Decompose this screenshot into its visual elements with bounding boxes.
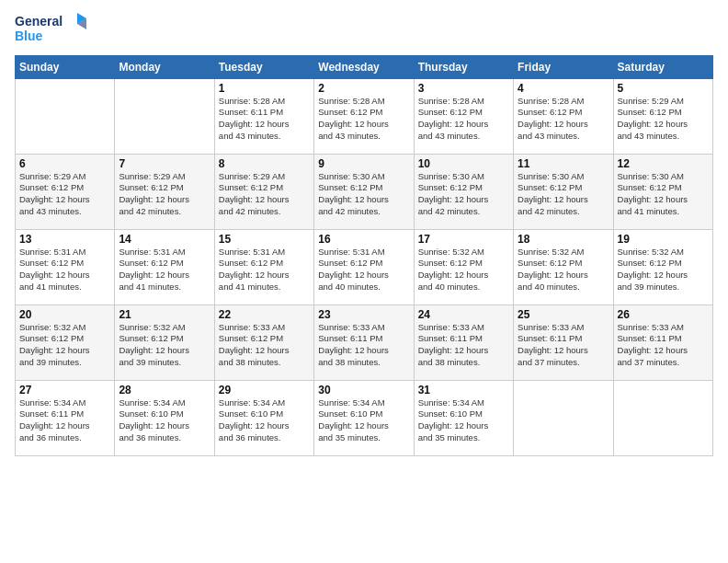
day-cell: 22Sunrise: 5:33 AM Sunset: 6:12 PM Dayli…	[214, 304, 313, 380]
day-cell: 30Sunrise: 5:34 AM Sunset: 6:10 PM Dayli…	[314, 380, 414, 455]
day-number: 5	[618, 82, 709, 95]
day-info: Sunrise: 5:33 AM Sunset: 6:11 PM Dayligh…	[618, 322, 709, 369]
day-info: Sunrise: 5:28 AM Sunset: 6:11 PM Dayligh…	[219, 96, 310, 143]
day-number: 28	[119, 384, 210, 396]
weekday-friday: Friday	[514, 55, 613, 78]
day-number: 31	[418, 384, 509, 396]
day-cell	[613, 380, 712, 455]
day-info: Sunrise: 5:33 AM Sunset: 6:12 PM Dayligh…	[219, 322, 310, 369]
day-info: Sunrise: 5:30 AM Sunset: 6:12 PM Dayligh…	[518, 171, 609, 218]
day-info: Sunrise: 5:28 AM Sunset: 6:12 PM Dayligh…	[418, 96, 509, 143]
day-cell: 10Sunrise: 5:30 AM Sunset: 6:12 PM Dayli…	[414, 154, 513, 229]
calendar: SundayMondayTuesdayWednesdayThursdayFrid…	[15, 55, 713, 456]
day-info: Sunrise: 5:34 AM Sunset: 6:10 PM Dayligh…	[418, 397, 509, 444]
day-info: Sunrise: 5:28 AM Sunset: 6:12 PM Dayligh…	[318, 96, 409, 143]
day-info: Sunrise: 5:30 AM Sunset: 6:12 PM Dayligh…	[618, 171, 709, 218]
day-cell: 13Sunrise: 5:31 AM Sunset: 6:12 PM Dayli…	[16, 229, 115, 304]
day-cell: 29Sunrise: 5:34 AM Sunset: 6:10 PM Dayli…	[214, 380, 313, 455]
weekday-thursday: Thursday	[414, 55, 513, 78]
day-info: Sunrise: 5:31 AM Sunset: 6:12 PM Dayligh…	[219, 247, 310, 293]
day-number: 20	[19, 308, 110, 321]
day-cell: 18Sunrise: 5:32 AM Sunset: 6:12 PM Dayli…	[514, 229, 613, 304]
day-cell: 5Sunrise: 5:29 AM Sunset: 6:12 PM Daylig…	[613, 78, 712, 154]
day-info: Sunrise: 5:28 AM Sunset: 6:12 PM Dayligh…	[518, 96, 609, 143]
weekday-saturday: Saturday	[613, 55, 712, 78]
day-number: 15	[219, 233, 310, 246]
day-number: 11	[518, 157, 609, 170]
day-cell: 7Sunrise: 5:29 AM Sunset: 6:12 PM Daylig…	[115, 154, 214, 229]
day-cell: 21Sunrise: 5:32 AM Sunset: 6:12 PM Dayli…	[115, 304, 214, 380]
week-row-4: 20Sunrise: 5:32 AM Sunset: 6:12 PM Dayli…	[16, 304, 713, 380]
day-number: 14	[119, 233, 210, 246]
weekday-monday: Monday	[115, 55, 214, 78]
day-info: Sunrise: 5:33 AM Sunset: 6:11 PM Dayligh…	[518, 322, 609, 369]
day-info: Sunrise: 5:32 AM Sunset: 6:12 PM Dayligh…	[119, 322, 210, 369]
day-cell: 12Sunrise: 5:30 AM Sunset: 6:12 PM Dayli…	[613, 154, 712, 229]
day-cell: 24Sunrise: 5:33 AM Sunset: 6:11 PM Dayli…	[414, 304, 513, 380]
day-number: 27	[19, 384, 110, 396]
weekday-sunday: Sunday	[16, 55, 115, 78]
day-info: Sunrise: 5:32 AM Sunset: 6:12 PM Dayligh…	[518, 247, 609, 293]
day-number: 8	[219, 157, 310, 170]
logo: General Blue	[15, 11, 88, 50]
day-cell: 15Sunrise: 5:31 AM Sunset: 6:12 PM Dayli…	[214, 229, 313, 304]
day-cell: 27Sunrise: 5:34 AM Sunset: 6:11 PM Dayli…	[16, 380, 115, 455]
day-number: 22	[219, 308, 310, 321]
day-cell: 1Sunrise: 5:28 AM Sunset: 6:11 PM Daylig…	[214, 78, 313, 154]
day-number: 16	[318, 233, 409, 246]
day-info: Sunrise: 5:33 AM Sunset: 6:11 PM Dayligh…	[318, 322, 409, 369]
week-row-5: 27Sunrise: 5:34 AM Sunset: 6:11 PM Dayli…	[16, 380, 713, 455]
day-cell: 17Sunrise: 5:32 AM Sunset: 6:12 PM Dayli…	[414, 229, 513, 304]
svg-text:General: General	[15, 14, 63, 29]
day-number: 13	[19, 233, 110, 246]
day-number: 21	[119, 308, 210, 321]
day-number: 17	[418, 233, 509, 246]
day-number: 24	[418, 308, 509, 321]
day-number: 7	[119, 157, 210, 170]
day-info: Sunrise: 5:32 AM Sunset: 6:12 PM Dayligh…	[19, 322, 110, 369]
day-cell: 28Sunrise: 5:34 AM Sunset: 6:10 PM Dayli…	[115, 380, 214, 455]
day-cell: 2Sunrise: 5:28 AM Sunset: 6:12 PM Daylig…	[314, 78, 414, 154]
day-cell: 11Sunrise: 5:30 AM Sunset: 6:12 PM Dayli…	[514, 154, 613, 229]
day-cell: 20Sunrise: 5:32 AM Sunset: 6:12 PM Dayli…	[16, 304, 115, 380]
day-cell: 26Sunrise: 5:33 AM Sunset: 6:11 PM Dayli…	[613, 304, 712, 380]
page: General Blue SundayMondayTuesdayWednesda…	[0, 0, 728, 563]
day-cell: 6Sunrise: 5:29 AM Sunset: 6:12 PM Daylig…	[16, 154, 115, 229]
day-info: Sunrise: 5:29 AM Sunset: 6:12 PM Dayligh…	[219, 171, 310, 218]
day-cell	[514, 380, 613, 455]
day-info: Sunrise: 5:31 AM Sunset: 6:12 PM Dayligh…	[318, 247, 409, 293]
day-number: 26	[618, 308, 709, 321]
day-number: 2	[318, 82, 409, 95]
day-info: Sunrise: 5:31 AM Sunset: 6:12 PM Dayligh…	[119, 247, 210, 293]
day-number: 18	[518, 233, 609, 246]
logo-text-block: General Blue	[15, 11, 88, 50]
day-number: 3	[418, 82, 509, 95]
day-cell: 23Sunrise: 5:33 AM Sunset: 6:11 PM Dayli…	[314, 304, 414, 380]
day-number: 25	[518, 308, 609, 321]
day-info: Sunrise: 5:32 AM Sunset: 6:12 PM Dayligh…	[418, 247, 509, 293]
day-number: 9	[318, 157, 409, 170]
svg-text:Blue: Blue	[15, 29, 43, 43]
day-cell: 3Sunrise: 5:28 AM Sunset: 6:12 PM Daylig…	[414, 78, 513, 154]
day-info: Sunrise: 5:31 AM Sunset: 6:12 PM Dayligh…	[19, 247, 110, 293]
day-number: 30	[318, 384, 409, 396]
day-info: Sunrise: 5:32 AM Sunset: 6:12 PM Dayligh…	[618, 247, 709, 293]
day-info: Sunrise: 5:33 AM Sunset: 6:11 PM Dayligh…	[418, 322, 509, 369]
weekday-header-row: SundayMondayTuesdayWednesdayThursdayFrid…	[16, 55, 713, 78]
day-info: Sunrise: 5:29 AM Sunset: 6:12 PM Dayligh…	[119, 171, 210, 218]
day-info: Sunrise: 5:29 AM Sunset: 6:12 PM Dayligh…	[618, 96, 709, 143]
day-info: Sunrise: 5:30 AM Sunset: 6:12 PM Dayligh…	[318, 171, 409, 218]
day-cell: 4Sunrise: 5:28 AM Sunset: 6:12 PM Daylig…	[514, 78, 613, 154]
day-cell: 19Sunrise: 5:32 AM Sunset: 6:12 PM Dayli…	[613, 229, 712, 304]
day-info: Sunrise: 5:29 AM Sunset: 6:12 PM Dayligh…	[19, 171, 110, 218]
week-row-2: 6Sunrise: 5:29 AM Sunset: 6:12 PM Daylig…	[16, 154, 713, 229]
day-number: 4	[518, 82, 609, 95]
day-number: 29	[219, 384, 310, 396]
day-cell: 31Sunrise: 5:34 AM Sunset: 6:10 PM Dayli…	[414, 380, 513, 455]
day-info: Sunrise: 5:34 AM Sunset: 6:11 PM Dayligh…	[19, 397, 110, 444]
week-row-1: 1Sunrise: 5:28 AM Sunset: 6:11 PM Daylig…	[16, 78, 713, 154]
week-row-3: 13Sunrise: 5:31 AM Sunset: 6:12 PM Dayli…	[16, 229, 713, 304]
day-cell	[115, 78, 214, 154]
day-cell	[16, 78, 115, 154]
day-cell: 16Sunrise: 5:31 AM Sunset: 6:12 PM Dayli…	[314, 229, 414, 304]
